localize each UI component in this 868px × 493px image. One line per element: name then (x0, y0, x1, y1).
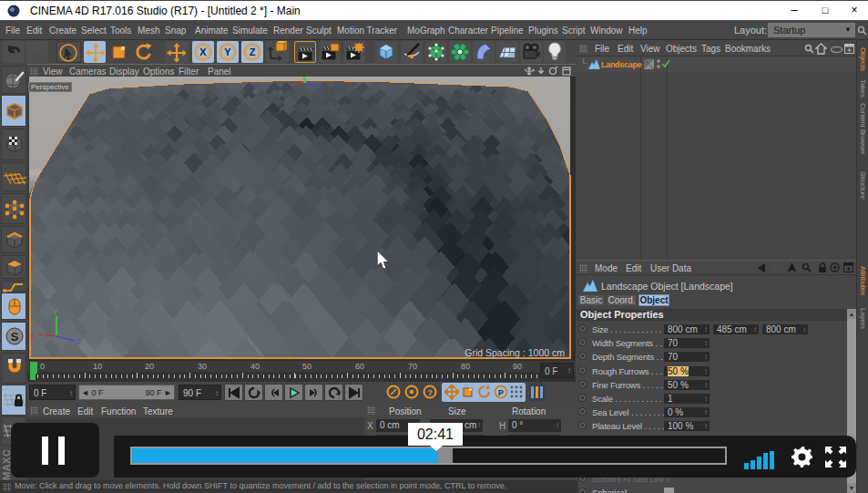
svg-text:Grid Spacing : 1000 cm: Grid Spacing : 1000 cm (465, 347, 565, 358)
svg-text:X: X (30, 333, 36, 341)
svg-text:P: P (498, 388, 504, 397)
svg-text:Y: Y (224, 46, 231, 57)
svg-text:?: ? (427, 388, 433, 397)
svg-text:S: S (11, 330, 19, 344)
svg-text:Y: Y (53, 308, 58, 316)
svg-text:Z: Z (250, 46, 256, 57)
svg-text:Z: Z (77, 337, 81, 345)
svg-text:X: X (199, 46, 207, 57)
